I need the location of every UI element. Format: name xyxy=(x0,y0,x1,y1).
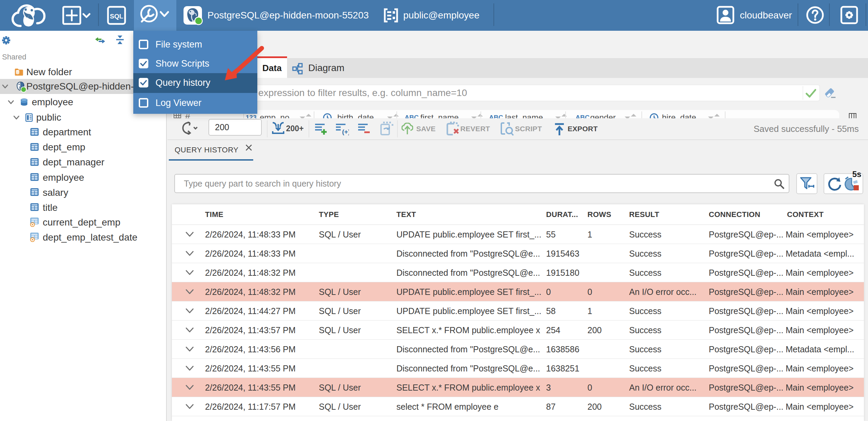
svg-text:SQL: SQL xyxy=(110,13,123,20)
